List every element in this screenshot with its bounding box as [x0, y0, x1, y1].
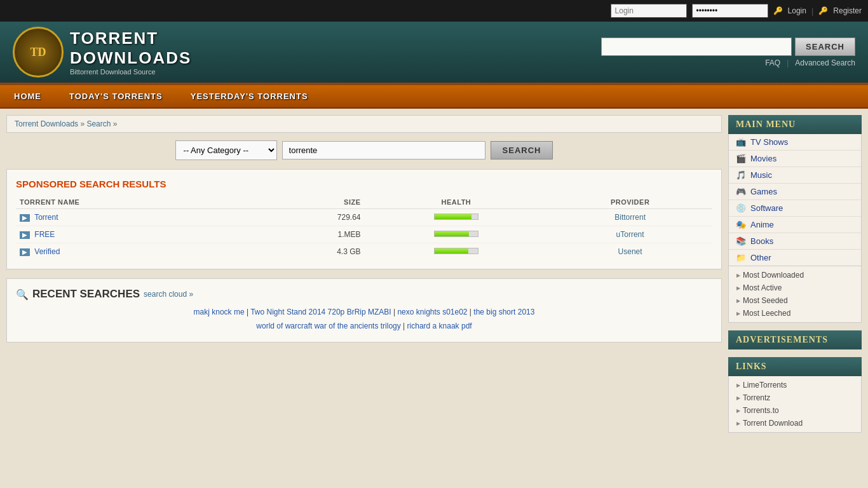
login-icon: 🔑 — [773, 6, 783, 15]
health-bar — [434, 214, 478, 220]
sidebar-sub-most-downloaded[interactable]: Most Downloaded — [729, 269, 861, 281]
sidebar-item-icon: 🎬 — [735, 154, 747, 163]
torrent-row-icon: ▶ — [20, 231, 30, 239]
sidebar-item-music[interactable]: 🎵 Music — [729, 167, 861, 184]
provider-cell: uTorrent — [548, 226, 712, 243]
header: TD TORRENTDOWNLOADS Bittorrent Download … — [0, 22, 868, 85]
health-bar — [434, 248, 478, 254]
category-select[interactable]: -- Any Category -- TV Shows Movies Music… — [175, 140, 277, 160]
breadcrumb-sep2: » — [113, 119, 118, 128]
sidebar-menu: 📺 TV Shows 🎬 Movies 🎵 Music 🎮 Games 💿 So… — [728, 134, 862, 266]
main-layout: Torrent Downloads » Search » -- Any Cate… — [0, 109, 868, 447]
site-subtitle: Bittorrent Download Source — [70, 68, 191, 76]
sponsored-results-box: SPONSORED SEARCH RESULTS TORRENT NAME SI… — [6, 169, 722, 269]
link-limetorrents[interactable]: LimeTorrents — [729, 379, 861, 391]
table-row: ▶ Torrent 729.64 Bittorrent — [16, 209, 712, 226]
search-icon: 🔍 — [16, 288, 29, 301]
register-icon: 🔑 — [818, 6, 828, 15]
logo-text: TORRENTDOWNLOADS Bittorrent Download Sou… — [70, 29, 191, 76]
health-cell — [365, 209, 548, 226]
separator: | — [811, 6, 813, 16]
login-input[interactable] — [611, 4, 687, 18]
sidebar-item-icon: 📁 — [735, 254, 747, 262]
search-cloud-link[interactable]: search cloud » — [144, 290, 193, 299]
header-links: FAQ | Advanced Search — [765, 58, 855, 67]
recent-searches-text: makj knock me | Two Night Stand 2014 720… — [16, 306, 712, 333]
col-name: TORRENT NAME — [16, 196, 254, 209]
breadcrumb-home[interactable]: Torrent Downloads — [15, 119, 78, 128]
col-health: HEALTH — [365, 196, 548, 209]
provider-link[interactable]: Bittorrent — [614, 213, 646, 222]
recent-search-link[interactable]: Two Night Stand 2014 720p BrRip MZABI — [250, 308, 391, 316]
health-bar — [434, 231, 478, 237]
sidebar-sub-most-seeded[interactable]: Most Seeded — [729, 294, 861, 307]
col-size: SIZE — [254, 196, 365, 209]
search-form: -- Any Category -- TV Shows Movies Music… — [6, 140, 722, 160]
password-input[interactable] — [692, 4, 768, 18]
recent-search-link[interactable]: the big short 2013 — [473, 308, 534, 316]
sidebar-item-label: Anime — [750, 220, 774, 229]
health-cell — [365, 226, 548, 243]
sidebar-sub-menu: Most DownloadedMost ActiveMost SeededMos… — [728, 266, 862, 323]
header-search-area: SEARCH FAQ | Advanced Search — [601, 37, 855, 67]
breadcrumb-sep1: » — [80, 119, 86, 128]
faq-link[interactable]: FAQ — [765, 58, 780, 67]
health-cell — [365, 243, 548, 261]
sidebar-sub-most-active[interactable]: Most Active — [729, 281, 861, 294]
links-section: LINKS LimeTorrentsTorrentzTorrents.toTor… — [728, 357, 862, 433]
header-search-button[interactable]: SEARCH — [795, 37, 855, 56]
col-provider: PROVIDER — [548, 196, 712, 209]
torrent-row-icon: ▶ — [20, 248, 30, 256]
link-torrent-download[interactable]: Torrent Download — [729, 417, 861, 430]
sidebar-item-anime[interactable]: 🎭 Anime — [729, 217, 861, 233]
table-row: ▶ Verified 4.3 GB Usenet — [16, 243, 712, 261]
sidebar-item-books[interactable]: 📚 Books — [729, 233, 861, 250]
sidebar-item-other[interactable]: 📁 Other — [729, 250, 861, 266]
recent-search-link[interactable]: makj knock me — [194, 308, 245, 316]
torrent-row-icon: ▶ — [20, 214, 30, 222]
sidebar-item-tv-shows[interactable]: 📺 TV Shows — [729, 134, 861, 151]
provider-link[interactable]: Usenet — [618, 247, 642, 256]
sidebar-item-label: Other — [750, 253, 771, 262]
advanced-search-link[interactable]: Advanced Search — [795, 58, 855, 67]
search-text-input[interactable] — [282, 141, 485, 159]
sidebar-item-label: TV Shows — [750, 137, 788, 147]
torrent-name-link[interactable]: FREE — [34, 230, 55, 239]
nav-todays-torrents[interactable]: TODAY'S TORRENTS — [55, 85, 177, 107]
top-bar: 🔑 Login | 🔑 Register — [0, 0, 868, 22]
header-search-input[interactable] — [601, 37, 792, 56]
provider-cell: Bittorrent — [548, 209, 712, 226]
sidebar-item-icon: 💿 — [735, 204, 747, 213]
content-area: Torrent Downloads » Search » -- Any Cate… — [6, 115, 722, 440]
sidebar-item-icon: 📺 — [735, 138, 747, 147]
logo-td: TD — [30, 46, 46, 59]
sidebar-item-movies[interactable]: 🎬 Movies — [729, 151, 861, 167]
advertisements-section: ADVERTISEMENTS — [728, 330, 862, 349]
search-submit-button[interactable]: SEARCH — [491, 141, 553, 159]
register-button[interactable]: Register — [833, 6, 862, 15]
logo-circle: TD — [13, 27, 64, 78]
breadcrumb-search[interactable]: Search — [86, 119, 111, 128]
sidebar-sub-most-leeched[interactable]: Most Leeched — [729, 307, 861, 320]
login-button[interactable]: Login — [788, 6, 806, 15]
sidebar-item-icon: 🎵 — [735, 171, 747, 180]
results-table: TORRENT NAME SIZE HEALTH PROVIDER ▶ Torr… — [16, 196, 712, 260]
recent-searches-box: 🔍 RECENT SEARCHES search cloud » makj kn… — [6, 278, 722, 342]
sidebar-item-icon: 🎭 — [735, 220, 747, 229]
site-title: TORRENTDOWNLOADS — [70, 29, 191, 68]
provider-link[interactable]: uTorrent — [616, 230, 644, 239]
recent-search-link[interactable]: nexo knights s01e02 — [397, 308, 467, 316]
nav-home[interactable]: HOME — [0, 85, 55, 107]
sidebar-item-software[interactable]: 💿 Software — [729, 200, 861, 217]
nav-yesterdays-torrents[interactable]: YESTERDAY'S TORRENTS — [177, 85, 322, 107]
link-torrents.to[interactable]: Torrents.to — [729, 404, 861, 417]
link-torrentz[interactable]: Torrentz — [729, 391, 861, 404]
recent-search-link[interactable]: world of warcraft war of the ancients tr… — [256, 322, 400, 330]
torrent-name-link[interactable]: Verified — [34, 247, 60, 256]
advertisements-header: ADVERTISEMENTS — [728, 330, 862, 349]
sidebar-item-games[interactable]: 🎮 Games — [729, 184, 861, 200]
recent-search-link[interactable]: richard a knaak pdf — [407, 322, 472, 330]
sidebar-item-icon: 🎮 — [735, 187, 747, 196]
recent-title: 🔍 RECENT SEARCHES search cloud » — [16, 288, 712, 301]
torrent-name-link[interactable]: Torrent — [34, 213, 58, 222]
